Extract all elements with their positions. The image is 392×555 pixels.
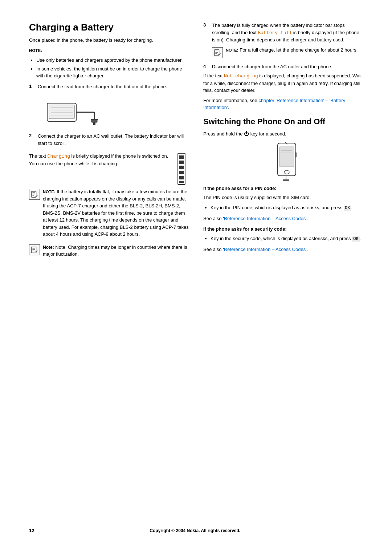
- step-3-text: The battery is fully charged when the ba…: [212, 22, 363, 44]
- note-icon-2: [29, 244, 40, 255]
- not-charging-para: If the text Not charging is displayed, c…: [203, 72, 363, 94]
- charger-illustration: [29, 92, 189, 133]
- svg-rect-16: [179, 176, 184, 179]
- footer-copyright: Copyright © 2004 Nokia. All rights reser…: [34, 528, 356, 533]
- switching-intro: Press and hold the ⏻ key for a second.: [203, 130, 363, 138]
- bullet-2: In some vehicles, the ignition must be o…: [36, 65, 189, 80]
- note-text-2: Note: Note: Charging times may be longer…: [43, 244, 189, 258]
- charging-code: Charging: [48, 154, 70, 159]
- svg-rect-13: [179, 161, 184, 164]
- note-text-1: NOTE: If the battery is totally flat, it…: [43, 188, 189, 238]
- switching-title: Switching the Phone On and Off: [203, 117, 363, 126]
- for-more-info-para: For more information, see chapter 'Refer…: [203, 97, 363, 111]
- page-footer: 12 Copyright © 2004 Nokia. All rights re…: [29, 524, 363, 533]
- svg-rect-31: [279, 147, 294, 167]
- charging-indicator-area: The text Charging is briefly displayed i…: [29, 153, 189, 185]
- pin-bullet-item: Key in the PIN code, which is displayed …: [211, 204, 363, 211]
- section-switching: Switching the Phone On and Off Press and…: [203, 117, 363, 253]
- left-column: Charging a Battery Once placed in the ph…: [29, 22, 189, 513]
- charging-text-para: The text Charging is briefly displayed i…: [29, 153, 171, 167]
- security-heading: If the phone asks for a security code:: [203, 226, 363, 233]
- ok-code-2: OK: [352, 236, 359, 242]
- step-4: 4 Disconnect the charger from the AC out…: [203, 63, 363, 70]
- note-label-1: NOTE:: [29, 47, 189, 54]
- step-1: 1 Connect the lead from the charger to t…: [29, 83, 189, 90]
- see-also-1: See also 'Reference Information – Access…: [203, 215, 363, 222]
- svg-rect-12: [179, 155, 184, 159]
- note-icon-step3: [212, 47, 223, 58]
- battery-full-code: Battery full: [258, 30, 292, 36]
- pin-bullets: Key in the PIN code, which is displayed …: [211, 204, 363, 211]
- note-box-2: Note: Note: Charging times may be longer…: [29, 244, 189, 261]
- bullet-1: Use only batteries and chargers approved…: [36, 57, 189, 64]
- see-also-2: See also 'Reference Information – Access…: [203, 246, 363, 253]
- svg-rect-14: [179, 166, 184, 169]
- not-charging-code: Not charging: [224, 73, 258, 79]
- step-3-content: The battery is fully charged when the ba…: [212, 22, 363, 61]
- step-3: 3 The battery is fully charged when the …: [203, 22, 363, 61]
- note-content-1: NOTE: If the battery is totally flat, it…: [43, 188, 189, 241]
- step-2: 2 Connect the charger to an AC wall outl…: [29, 133, 189, 150]
- svg-rect-17: [179, 181, 184, 183]
- charging-title: Charging a Battery: [29, 22, 189, 33]
- svg-rect-1: [49, 105, 74, 119]
- charging-intro: Once placed in the phone, the battery is…: [29, 37, 189, 44]
- ok-code-1: OK: [344, 206, 351, 211]
- battery-bar-indicator: [174, 153, 189, 185]
- section-charging: Charging a Battery Once placed in the ph…: [29, 22, 189, 261]
- note-label-text: NOTE:: [29, 48, 42, 53]
- page: Charging a Battery Once placed in the ph…: [0, 0, 392, 555]
- page-number: 12: [29, 528, 34, 533]
- ref-link-2[interactable]: Reference Information – Access Codes: [224, 247, 306, 252]
- step3-note-content: NOTE: For a full charge, let the phone c…: [226, 46, 358, 57]
- svg-point-32: [284, 170, 289, 174]
- step3-note-text: NOTE: For a full charge, let the phone c…: [226, 46, 358, 54]
- step-2-main-text: Connect the charger to an AC wall outlet…: [38, 133, 189, 147]
- note-box-1: NOTE: If the battery is totally flat, it…: [29, 188, 189, 241]
- charging-bullets: Use only batteries and chargers approved…: [36, 57, 189, 80]
- security-bullet-item: Key in the security code, which is displ…: [211, 235, 363, 242]
- security-bullets: Key in the security code, which is displ…: [211, 235, 363, 242]
- step-1-text: Connect the lead from the charger to the…: [38, 83, 189, 90]
- note-box-step3: NOTE: For a full charge, let the phone c…: [212, 46, 363, 58]
- power-symbol: ⏻: [244, 131, 249, 137]
- svg-rect-5: [91, 119, 97, 122]
- svg-rect-15: [179, 171, 184, 174]
- svg-rect-38: [283, 179, 289, 181]
- ref-link-1[interactable]: Reference Information – Access Codes: [224, 216, 306, 221]
- note-icon-1: [29, 189, 40, 200]
- charging-text-area: The text Charging is briefly displayed i…: [29, 153, 171, 170]
- note-content-2: Note: Note: Charging times may be longer…: [43, 244, 189, 261]
- svg-rect-33: [295, 152, 297, 157]
- pin-text: The PIN code is usually supplied with th…: [203, 194, 363, 201]
- step-4-text: Disconnect the charger from the AC outle…: [212, 63, 363, 70]
- right-column: 3 The battery is fully charged when the …: [203, 22, 363, 513]
- step-2-content: Connect the charger to an AC wall outlet…: [38, 133, 189, 150]
- two-column-layout: Charging a Battery Once placed in the ph…: [29, 22, 363, 513]
- svg-rect-6: [93, 122, 95, 125]
- phone-on-off-illustration: [261, 141, 305, 181]
- pin-heading: If the phone asks for a PIN code:: [203, 185, 363, 192]
